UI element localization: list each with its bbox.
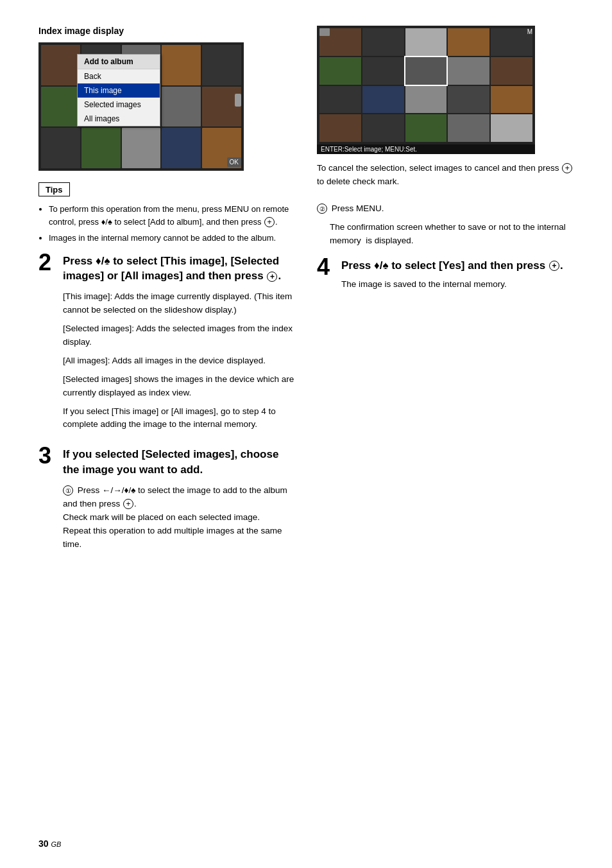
- step-3-heading: If you selected [Selected images], choos…: [63, 447, 298, 478]
- context-menu: Add to album Back This image Selected im…: [77, 54, 160, 126]
- context-menu-all: All images: [78, 112, 160, 126]
- step2-para3: [All images]: Adds all images in the dev…: [63, 354, 298, 368]
- step-3-body: ① Press ←/→/♦/♠ to select the image to a…: [63, 484, 298, 551]
- step-2: 2 Press ♦/♠ to select [This image], [Sel…: [38, 254, 298, 437]
- page: Index image display MENU Add to album Ba…: [0, 0, 612, 868]
- thumb-6: [41, 87, 80, 127]
- step2-para2: [Selected images]: Adds the selected ima…: [63, 322, 298, 349]
- substep-3-2: ② Press MENU.: [317, 202, 574, 216]
- page-footer: 30 GB: [38, 838, 61, 849]
- right-image-grid: [317, 26, 535, 144]
- tip-1: To perform this operation from the menu,…: [49, 203, 298, 228]
- step-4-content: Press ♦/♠ to select [Yes] and then press…: [341, 258, 574, 292]
- mode-indicator: M: [527, 28, 532, 35]
- right-thumb-16: [319, 114, 361, 142]
- section-title: Index image display: [38, 26, 298, 36]
- thumb-1: [41, 45, 80, 85]
- right-thumb-15: [491, 86, 532, 114]
- step-3-content: If you selected [Selected images], choos…: [63, 447, 298, 556]
- circle-plus-icon: [264, 217, 275, 227]
- step-4-body: The image is saved to the internal memor…: [341, 278, 574, 291]
- step-4: 4 Press ♦/♠ to select [Yes] and then pre…: [317, 258, 574, 292]
- step-2-heading: Press ♦/♠ to select [This image], [Selec…: [63, 254, 298, 284]
- right-thumb-3: [405, 28, 447, 56]
- tips-content: To perform this operation from the menu,…: [38, 203, 298, 245]
- step2-para5: If you select [This image] or [All image…: [63, 405, 298, 432]
- tips-box: Tips: [38, 182, 70, 196]
- step-2-content: Press ♦/♠ to select [This image], [Selec…: [63, 254, 298, 437]
- right-thumb-12: [362, 86, 404, 114]
- right-thumb-17: [362, 114, 404, 142]
- thumb-4: [162, 45, 201, 85]
- step3-right-text: To cancel the selection, select images t…: [317, 162, 574, 248]
- thumb-5: [202, 45, 241, 85]
- right-thumb-11: [319, 86, 361, 114]
- step-2-number: 2: [38, 251, 56, 274]
- right-thumb-4: [448, 28, 489, 56]
- step-3-number: 3: [38, 444, 56, 467]
- thumb-12: [81, 128, 121, 168]
- circle-plus-step2: [267, 272, 277, 282]
- right-column: M: [317, 26, 574, 567]
- circle-plus-step4: [549, 261, 559, 271]
- ok-button-display: OK: [227, 157, 241, 167]
- step-3: 3 If you selected [Selected images], cho…: [38, 447, 298, 556]
- enter-label: ENTER:Select image; MENU:Set.: [317, 144, 535, 154]
- right-thumb-7: [362, 57, 404, 85]
- status-icon-1: [319, 28, 330, 36]
- right-image-display: M: [317, 26, 535, 154]
- thumb-9: [162, 87, 201, 127]
- index-image-display: MENU Add to album Back This image Select…: [38, 42, 244, 171]
- step3-cancel-text: To cancel the selection, select images t…: [317, 162, 574, 189]
- right-thumb-13: [405, 86, 447, 114]
- substep-3-1: ① Press ←/→/♦/♠ to select the image to a…: [63, 484, 298, 551]
- substep-num-1: ①: [63, 485, 73, 496]
- right-thumb-5: [491, 28, 532, 56]
- right-thumb-2: [362, 28, 404, 56]
- step2-para1: [This image]: Adds the image currently d…: [63, 290, 298, 317]
- context-menu-this-image: This image: [78, 83, 160, 98]
- step3-menu-body: The confirmation screen whether to save …: [330, 221, 574, 248]
- thumb-14: [162, 128, 201, 168]
- step-2-body: [This image]: Adds the image currently d…: [63, 290, 298, 431]
- left-column: Index image display MENU Add to album Ba…: [38, 26, 298, 567]
- page-suffix: GB: [51, 840, 61, 848]
- context-menu-header: Add to album: [78, 55, 160, 69]
- right-thumb-6: [319, 57, 361, 85]
- step-4-heading: Press ♦/♠ to select [Yes] and then press…: [341, 258, 574, 273]
- right-thumb-14: [448, 86, 489, 114]
- right-thumb-18: [405, 114, 447, 142]
- scroll-indicator: [235, 94, 241, 107]
- thumb-11: [41, 128, 80, 168]
- step-4-number: 4: [317, 256, 335, 279]
- right-thumb-9: [448, 57, 489, 85]
- substep-num-2: ②: [317, 204, 327, 214]
- step2-para4: [Selected images] shows the images in th…: [63, 373, 298, 400]
- circle-plus-sub1: [123, 499, 133, 509]
- context-menu-back: Back: [78, 69, 160, 83]
- right-thumb-8-checked: [405, 57, 447, 85]
- tips-label: Tips: [46, 185, 63, 195]
- tip-2: Images in the internal memory cannot be …: [49, 232, 298, 245]
- context-menu-selected: Selected images: [78, 98, 160, 112]
- right-thumb-20: [491, 114, 532, 142]
- page-number: 30: [38, 838, 49, 849]
- thumb-13: [122, 128, 161, 168]
- right-thumb-19: [448, 114, 489, 142]
- right-thumb-10: [491, 57, 532, 85]
- status-icons: [319, 28, 330, 36]
- circle-plus-cancel: [562, 163, 572, 173]
